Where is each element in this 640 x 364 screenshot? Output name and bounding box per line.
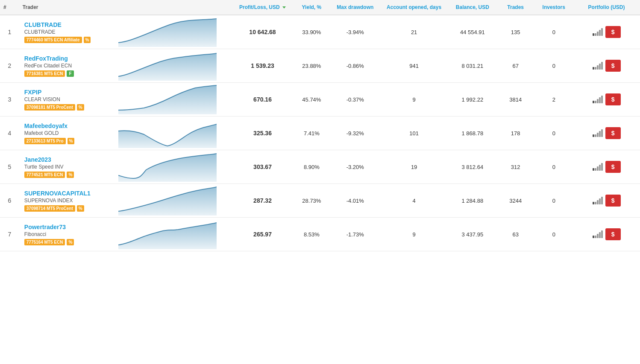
mini-bar <box>599 165 601 171</box>
mini-bar <box>593 236 594 238</box>
trader-sub: Turtle Speed INV <box>24 164 112 170</box>
yield-cell: 7.41% <box>293 116 331 150</box>
sparkline-chart <box>118 118 217 148</box>
days-cell: 21 <box>379 15 448 49</box>
mini-chart <box>593 96 603 103</box>
yield-cell: 33.90% <box>293 15 331 49</box>
percent-badge: % <box>77 104 84 111</box>
mini-bar <box>593 33 594 36</box>
mini-bar <box>597 166 599 171</box>
investors-cell: 0 <box>534 218 573 251</box>
invest-button[interactable]: $ <box>605 127 621 139</box>
mini-bar <box>595 134 596 137</box>
f-badge: F <box>67 70 73 77</box>
mini-bar <box>593 101 594 103</box>
sparkline-chart <box>118 219 217 249</box>
mini-bar <box>599 131 601 137</box>
drawdown-cell: -4.01% <box>331 184 379 218</box>
mini-chart <box>593 129 603 137</box>
trader-sub: Fibonacci <box>24 231 112 237</box>
table-row: 2 RedFoxTrading RedFox Citadel ECN 77163… <box>0 49 640 83</box>
chart-cell <box>115 116 233 150</box>
sparkline-chart <box>118 186 217 215</box>
portfolio-cell: $ <box>573 184 640 218</box>
drawdown-cell: -9.32% <box>331 116 379 150</box>
trades-cell: 135 <box>496 15 535 49</box>
balance-cell: 3 812.64 <box>449 150 496 184</box>
mini-bar <box>597 234 599 238</box>
mini-bar <box>595 67 596 70</box>
profit-cell: 287.32 <box>232 184 292 218</box>
account-badge: 7774521 MT5 ECN <box>24 172 65 178</box>
invest-button[interactable]: $ <box>605 60 621 72</box>
rank-cell: 3 <box>0 83 19 116</box>
days-cell: 9 <box>379 218 448 251</box>
mini-bar <box>593 202 594 204</box>
col-header-trades[interactable]: Trades <box>496 0 535 15</box>
mini-bar <box>601 62 603 70</box>
invest-button[interactable]: $ <box>605 195 621 207</box>
mini-bar <box>599 97 601 103</box>
trader-name[interactable]: CLUBTRADE <box>24 21 112 28</box>
trader-name[interactable]: SUPERNOVACAPITAL1 <box>24 190 112 197</box>
investors-cell: 0 <box>534 116 573 150</box>
drawdown-cell: -3.94% <box>331 15 379 49</box>
balance-cell: 1 868.78 <box>449 116 496 150</box>
invest-button[interactable]: $ <box>605 93 621 105</box>
col-header-yield[interactable]: Yield, % <box>293 0 331 15</box>
percent-badge: % <box>68 138 75 144</box>
trades-cell: 3244 <box>496 184 535 218</box>
col-header-investors[interactable]: Investors <box>534 0 573 15</box>
mini-bar <box>597 65 599 70</box>
mini-bar <box>601 28 603 36</box>
account-badge: 7774460 MT5 ECN Affiliate <box>24 37 82 43</box>
trader-sub: CLUBTRADE <box>24 29 112 35</box>
mini-chart <box>593 230 603 238</box>
col-header-rank: # <box>0 0 19 15</box>
profit-cell: 325.36 <box>232 116 292 150</box>
profit-cell: 10 642.68 <box>232 15 292 49</box>
portfolio-cell: $ <box>573 83 640 116</box>
rank-cell: 5 <box>0 150 19 184</box>
trader-sub: RedFox Citadel ECN <box>24 63 112 69</box>
days-cell: 941 <box>379 49 448 83</box>
mini-bar <box>597 99 599 103</box>
profit-cell: 1 539.23 <box>232 49 292 83</box>
invest-button[interactable]: $ <box>605 228 621 240</box>
invest-button[interactable]: $ <box>605 26 621 38</box>
trader-name[interactable]: FXPIP <box>24 89 112 96</box>
portfolio-cell: $ <box>573 116 640 150</box>
trader-name[interactable]: Mafeebedoyafx <box>24 122 112 129</box>
chart-cell <box>115 218 233 251</box>
invest-button[interactable]: $ <box>605 161 621 173</box>
mini-bar <box>601 96 603 103</box>
trades-cell: 67 <box>496 49 535 83</box>
mini-bar <box>601 163 603 171</box>
col-header-drawdown[interactable]: Max drawdown <box>331 0 379 15</box>
chart-cell <box>115 49 233 83</box>
trader-info-cell: Mafeebedoyafx Mafebot GOLD 27133613 MT5 … <box>19 116 115 150</box>
trader-sub: Mafebot GOLD <box>24 130 112 136</box>
trader-name[interactable]: Powertrader73 <box>24 224 112 230</box>
yield-cell: 8.90% <box>293 150 331 184</box>
drawdown-cell: -1.73% <box>331 218 379 251</box>
investors-cell: 0 <box>534 49 573 83</box>
mini-bar <box>601 230 603 238</box>
col-header-balance[interactable]: Balance, USD <box>449 0 496 15</box>
trader-name[interactable]: RedFoxTrading <box>24 55 112 62</box>
account-badge: 37098714 MT5 ProCent <box>24 205 75 212</box>
portfolio-cell: $ <box>573 49 640 83</box>
col-header-portfolio[interactable]: Portfolio (USD) <box>573 0 640 15</box>
balance-cell: 44 554.91 <box>449 15 496 49</box>
mini-bar <box>599 232 601 238</box>
mini-bar <box>595 168 596 171</box>
yield-cell: 45.74% <box>293 83 331 116</box>
table-row: 7 Powertrader73 Fibonacci 7775164 MT5 EC… <box>0 218 640 251</box>
balance-cell: 1 992.22 <box>449 83 496 116</box>
profit-cell: 303.67 <box>232 150 292 184</box>
trader-name[interactable]: Jane2023 <box>24 156 112 163</box>
account-badge: 7775164 MT5 ECN <box>24 239 65 245</box>
col-header-profit[interactable]: Profit/Loss, USD <box>232 0 292 15</box>
col-header-days[interactable]: Account opened, days <box>379 0 448 15</box>
yield-cell: 23.88% <box>293 49 331 83</box>
